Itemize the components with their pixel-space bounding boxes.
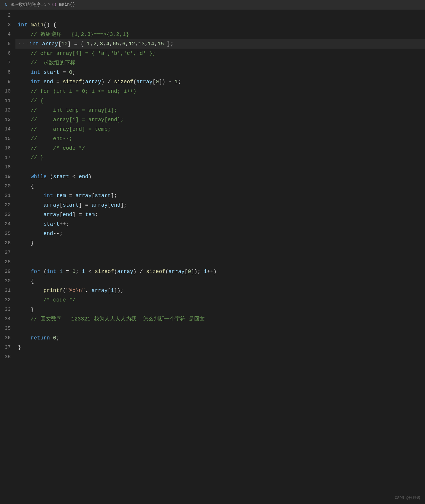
line-content: { bbox=[15, 276, 425, 286]
line-content: // { bbox=[15, 96, 425, 106]
line-content: // 回文数字 123321 我为人人人人为我 怎么判断一个字符 是回文 bbox=[15, 314, 425, 324]
code-line: 11 // { bbox=[0, 96, 425, 106]
line-number: 36 bbox=[0, 333, 15, 343]
line-content: int main() { bbox=[15, 20, 425, 30]
func-icon: ⬡ bbox=[52, 2, 56, 7]
num-token: 12 bbox=[129, 41, 135, 47]
num-token: 2 bbox=[93, 41, 97, 47]
punc-token: ++; bbox=[59, 221, 69, 227]
line-content: // for (int i = 0; i <= end; i++) bbox=[15, 87, 425, 96]
punc-token: ; bbox=[56, 335, 60, 341]
line-number: 27 bbox=[0, 248, 15, 257]
plain-token bbox=[18, 278, 31, 284]
punc-token: [ bbox=[153, 79, 156, 85]
punc-token: ; bbox=[95, 212, 98, 218]
code-line: 21 int tem = array[start]; bbox=[0, 191, 425, 200]
plain-token bbox=[18, 212, 43, 218]
punc-token: ]); bbox=[191, 269, 204, 275]
punc-token: }; bbox=[167, 41, 174, 47]
var-token: end bbox=[43, 231, 53, 237]
var-token: i bbox=[111, 288, 114, 294]
line-number: 35 bbox=[0, 324, 15, 333]
punc-token: ( bbox=[82, 79, 85, 85]
var-token: end bbox=[79, 174, 88, 180]
cmt-token: // int temp = array[i]; bbox=[18, 107, 117, 113]
line-content: while (start < end) bbox=[15, 172, 425, 181]
plain-token bbox=[18, 193, 43, 199]
line-number: 12 bbox=[0, 106, 15, 115]
line-number: 22 bbox=[0, 200, 15, 210]
num-token: 14 bbox=[148, 41, 154, 47]
kw-token: int bbox=[43, 193, 53, 199]
punc-token: ; bbox=[72, 69, 76, 75]
line-number: 32 bbox=[0, 295, 15, 305]
code-line: 14 // array[end] = temp; bbox=[0, 125, 425, 134]
line-number: 5 bbox=[0, 39, 15, 49]
var-token: start bbox=[63, 202, 79, 208]
punc-token: , bbox=[126, 41, 129, 47]
code-line: 22 array[start] = array[end]; bbox=[0, 200, 425, 210]
punc-token: [ bbox=[59, 212, 63, 218]
breadcrumb-sep: > bbox=[48, 2, 50, 7]
line-number: 20 bbox=[0, 181, 15, 191]
plain-token bbox=[18, 335, 31, 341]
var-token: array bbox=[43, 202, 59, 208]
line-content: // 数组逆序 {1,2,3}===>{3,2,1} bbox=[15, 30, 425, 39]
punc-token: ++) bbox=[207, 269, 216, 275]
dots-token: ··· bbox=[18, 41, 29, 47]
cmt-token: // } bbox=[18, 155, 43, 161]
punc-token: ]; bbox=[120, 202, 127, 208]
plain-token: < bbox=[69, 174, 79, 180]
line-content: int end = sizeof(array) / sizeof(array[0… bbox=[15, 77, 425, 87]
num-token: 0 bbox=[69, 69, 72, 75]
code-line: 9 int end = sizeof(array) / sizeof(array… bbox=[0, 77, 425, 87]
punc-token: } bbox=[31, 307, 34, 312]
var-token: tem bbox=[85, 212, 95, 218]
var-token: start bbox=[43, 221, 59, 227]
punc-token: { bbox=[31, 278, 34, 284]
plain-token bbox=[50, 335, 53, 341]
punc-token: [ bbox=[58, 41, 61, 47]
code-line: 8 int start = 0; bbox=[0, 68, 425, 77]
code-line: 30 { bbox=[0, 276, 425, 286]
code-line: 36 return 0; bbox=[0, 333, 425, 343]
code-line: 26 } bbox=[0, 238, 425, 248]
punc-token: [ bbox=[91, 193, 95, 199]
plain-token bbox=[18, 202, 43, 208]
kw-token: int bbox=[31, 69, 40, 75]
punc-token: ] = { bbox=[68, 41, 87, 47]
code-line: 12 // int temp = array[i]; bbox=[0, 106, 425, 115]
plain-token bbox=[40, 69, 44, 75]
var-token: array bbox=[43, 212, 59, 218]
plain-token: ( bbox=[40, 269, 47, 275]
line-content bbox=[15, 11, 425, 20]
line-content: // 求数组的下标 bbox=[15, 58, 425, 68]
punc-token: , bbox=[96, 41, 100, 47]
line-content: // array[i] = array[end]; bbox=[15, 115, 425, 125]
line-number: 16 bbox=[0, 143, 15, 153]
code-line: 7 // 求数组的下标 bbox=[0, 58, 425, 68]
line-number: 13 bbox=[0, 115, 15, 125]
line-number: 15 bbox=[0, 134, 15, 143]
plain-token: ( bbox=[47, 174, 53, 180]
line-content: printf("%c\n", array[i]); bbox=[15, 286, 425, 295]
line-content: // } bbox=[15, 153, 425, 162]
plain-token: = bbox=[59, 69, 69, 75]
num-token: 0 bbox=[188, 269, 191, 275]
var-token: start bbox=[53, 174, 69, 180]
line-content: int start = 0; bbox=[15, 68, 425, 77]
cmt-token: // end--; bbox=[18, 136, 72, 142]
plain-token bbox=[56, 269, 60, 275]
line-content: // array[end] = temp; bbox=[15, 125, 425, 134]
num-token: 10 bbox=[61, 41, 68, 47]
code-line: 23 array[end] = tem; bbox=[0, 210, 425, 219]
line-content bbox=[15, 257, 425, 267]
var-token: array bbox=[75, 193, 91, 199]
punc-token: } bbox=[18, 344, 21, 350]
code-line: 4 // 数组逆序 {1,2,3}===>{3,2,1} bbox=[0, 30, 425, 39]
cmt-token: // 回文数字 123321 我为人人人人为我 怎么判断一个字符 是回文 bbox=[18, 316, 205, 322]
code-line: 32 /* code */ bbox=[0, 295, 425, 305]
kw-token: return bbox=[31, 335, 50, 341]
punc-token: ]) - bbox=[159, 79, 175, 85]
code-line: 38 bbox=[0, 352, 425, 362]
